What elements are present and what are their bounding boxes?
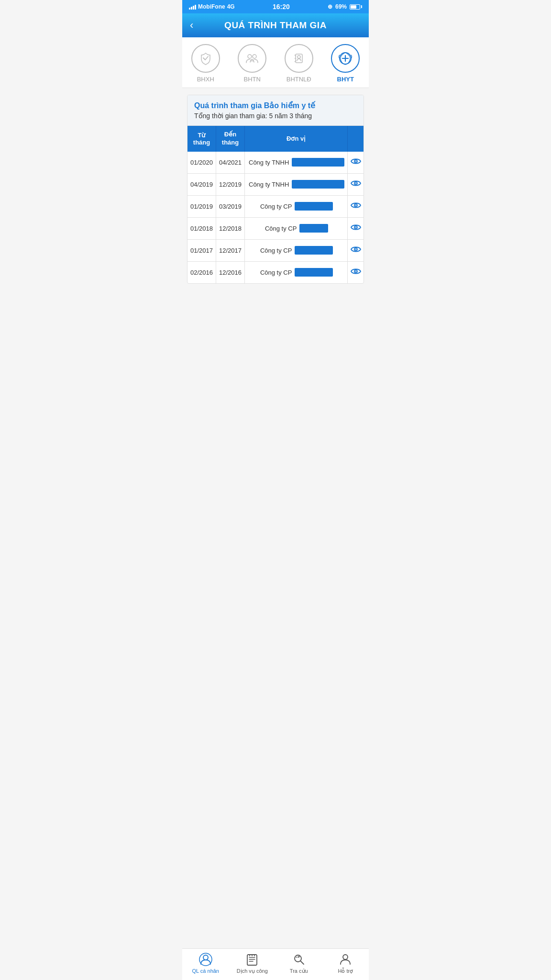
unit-content: Công ty CP: [249, 246, 344, 255]
view-icon[interactable]: [351, 245, 361, 255]
cell-action[interactable]: [348, 152, 364, 174]
table-row: 04/201912/2019Công ty TNHH: [187, 173, 364, 195]
cell-action[interactable]: [348, 239, 364, 261]
main-content: Quá trình tham gia Bảo hiểm y tế Tổng th…: [182, 88, 369, 324]
bhyt-icon: [337, 50, 353, 67]
bhxh-icon-circle: [191, 44, 220, 73]
unit-content: Công ty CP: [249, 202, 344, 211]
tab-bhtnld[interactable]: BHTNLĐ: [276, 44, 322, 83]
battery-area: ⊕ 69%: [328, 3, 362, 10]
bhtn-icon: [244, 50, 260, 67]
cell-from: 01/2019: [187, 195, 216, 217]
cell-from: 04/2019: [187, 173, 216, 195]
tab-bhyt-label: BHYT: [337, 76, 354, 83]
unit-content: Công ty TNHH: [249, 180, 344, 189]
tab-navigation: BHXH BHTN BHTNLĐ: [182, 37, 369, 88]
cell-from: 02/2016: [187, 261, 216, 283]
unit-text: Công ty CP: [265, 225, 297, 232]
col-from: Từ tháng: [187, 126, 216, 152]
cell-to: 03/2019: [216, 195, 245, 217]
bhtnld-icon: [291, 50, 307, 67]
bhtnld-icon-circle: [285, 44, 313, 73]
unit-text: Công ty CP: [260, 247, 292, 254]
battery-percent: 69%: [335, 3, 347, 10]
table-row: 01/201903/2019Công ty CP: [187, 195, 364, 217]
card-title: Quá trình tham gia Bảo hiểm y tế: [194, 101, 357, 110]
redacted-bar: [299, 224, 328, 233]
tab-bhtn[interactable]: BHTN: [229, 44, 276, 83]
svg-point-14: [355, 249, 356, 250]
redacted-bar: [292, 180, 344, 189]
cell-unit: Công ty CP: [245, 261, 348, 283]
cell-to: 12/2017: [216, 239, 245, 261]
cell-to: 12/2019: [216, 173, 245, 195]
cell-to: 12/2016: [216, 261, 245, 283]
status-bar: MobiFone 4G 16:20 ⊕ 69%: [182, 0, 369, 13]
location-icon: ⊕: [328, 3, 332, 10]
page-title: QUÁ TRÌNH THAM GIA: [224, 20, 327, 31]
bhyt-icon-circle: [331, 44, 360, 73]
col-unit: Đơn vị: [245, 126, 348, 152]
status-time: 16:20: [273, 3, 290, 11]
redacted-bar: [295, 268, 333, 277]
svg-point-12: [355, 227, 356, 228]
tab-bhyt[interactable]: BHYT: [322, 44, 369, 83]
col-to: Đếntháng: [216, 126, 245, 152]
tab-bhtnld-label: BHTNLĐ: [287, 76, 311, 83]
unit-text: Công ty TNHH: [249, 159, 289, 166]
redacted-bar: [295, 246, 333, 255]
content-area: Quá trình tham gia Bảo hiểm y tế Tổng th…: [182, 88, 369, 290]
tab-bhxh[interactable]: BHXH: [182, 44, 229, 83]
table-row: 02/201612/2016Công ty CP: [187, 261, 364, 283]
back-button[interactable]: ‹: [190, 20, 193, 31]
unit-content: Công ty CP: [249, 224, 344, 233]
cell-action[interactable]: [348, 173, 364, 195]
signal-icon: [189, 4, 196, 10]
tab-bhtn-label: BHTN: [244, 76, 261, 83]
table-row: 01/202004/2021Công ty TNHH: [187, 152, 364, 174]
cell-to: 04/2021: [216, 152, 245, 174]
unit-text: Công ty TNHH: [249, 181, 289, 188]
view-icon[interactable]: [351, 223, 361, 233]
unit-content: Công ty TNHH: [249, 158, 344, 167]
table-row: 01/201812/2018Công ty CP: [187, 217, 364, 239]
col-action: [348, 126, 364, 152]
cell-action[interactable]: [348, 195, 364, 217]
network-type: 4G: [227, 3, 235, 10]
insurance-card: Quá trình tham gia Bảo hiểm y tế Tổng th…: [187, 95, 364, 284]
tab-bhxh-label: BHXH: [197, 76, 214, 83]
svg-point-8: [355, 183, 356, 184]
cell-from: 01/2017: [187, 239, 216, 261]
svg-point-1: [253, 55, 256, 58]
unit-text: Công ty CP: [260, 269, 292, 276]
redacted-bar: [295, 202, 333, 211]
battery-icon: [350, 4, 362, 10]
card-subtitle: Tổng thời gian tham gia: 5 năm 3 tháng: [194, 112, 357, 120]
svg-point-10: [355, 205, 356, 206]
cell-action[interactable]: [348, 217, 364, 239]
view-icon[interactable]: [351, 157, 361, 167]
cell-action[interactable]: [348, 261, 364, 283]
view-icon[interactable]: [351, 179, 361, 189]
cell-from: 01/2018: [187, 217, 216, 239]
cell-unit: Công ty TNHH: [245, 152, 348, 174]
bhxh-icon: [198, 50, 214, 67]
unit-content: Công ty CP: [249, 268, 344, 277]
view-icon[interactable]: [351, 201, 361, 211]
svg-point-6: [355, 161, 356, 162]
table-row: 01/201712/2017Công ty CP: [187, 239, 364, 261]
svg-point-0: [248, 55, 252, 58]
cell-unit: Công ty CP: [245, 217, 348, 239]
carrier-info: MobiFone 4G: [189, 3, 235, 10]
card-header: Quá trình tham gia Bảo hiểm y tế Tổng th…: [187, 95, 364, 126]
redacted-bar: [292, 158, 344, 167]
carrier-name: MobiFone: [198, 3, 225, 10]
cell-unit: Công ty CP: [245, 195, 348, 217]
cell-from: 01/2020: [187, 152, 216, 174]
table-header-row: Từ tháng Đếntháng Đơn vị: [187, 126, 364, 152]
view-icon[interactable]: [351, 267, 361, 277]
bhtn-icon-circle: [238, 44, 266, 73]
svg-point-16: [355, 271, 356, 272]
cell-unit: Công ty TNHH: [245, 173, 348, 195]
cell-to: 12/2018: [216, 217, 245, 239]
